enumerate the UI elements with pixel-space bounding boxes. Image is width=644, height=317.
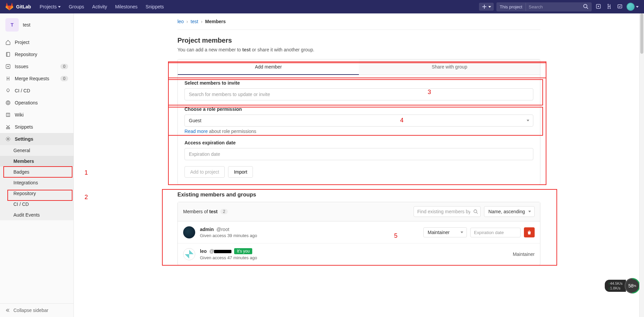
- search-icon: [473, 209, 478, 214]
- role-permissions-help[interactable]: Read more about role permissions: [184, 129, 533, 134]
- collapse-sidebar-button[interactable]: Collapse sidebar: [0, 303, 73, 317]
- add-to-project-button[interactable]: Add to project: [184, 166, 225, 178]
- nav-snippets[interactable]: Snippets: [142, 4, 167, 9]
- merge-icon: [606, 4, 612, 9]
- member-row-controls: Maintainer: [513, 252, 535, 257]
- member-role-text: Maintainer: [513, 252, 535, 257]
- net-pill: 44.5K/s 1.8K/s: [605, 280, 626, 292]
- main-content: leo › test › Members Project members You…: [74, 13, 644, 317]
- search-scope-label[interactable]: This project: [496, 3, 526, 11]
- crumb-sep: ›: [201, 19, 203, 24]
- svg-point-14: [7, 102, 9, 104]
- role-permission-group: Choose a role permission Guest Read more…: [184, 106, 533, 134]
- member-role-value: Maintainer: [428, 230, 449, 235]
- sidebar: T test Project Repository Issues0 Merge …: [0, 13, 74, 317]
- member-role-select[interactable]: Maintainer: [423, 227, 467, 237]
- remove-member-button[interactable]: [524, 227, 535, 237]
- nav-milestones[interactable]: Milestones: [112, 4, 141, 9]
- member-info: leo @ It's you Given access 47 minutes a…: [200, 248, 508, 260]
- vertical-scrollbar[interactable]: [639, 13, 644, 317]
- sidebar-item-label: Wiki: [15, 112, 23, 118]
- book-icon: [5, 112, 11, 118]
- net-up: 44.5K/s: [608, 281, 623, 286]
- search-button[interactable]: [580, 2, 592, 11]
- sidebar-item-merge-requests[interactable]: Merge Requests0: [0, 73, 73, 85]
- sidebar-item-wiki[interactable]: Wiki: [0, 109, 73, 121]
- todos-shortcut[interactable]: [616, 2, 624, 11]
- sub-integrations[interactable]: Integrations: [0, 177, 73, 188]
- import-button[interactable]: Import: [228, 166, 253, 178]
- sidebar-item-issues[interactable]: Issues0: [0, 60, 73, 73]
- user-menu[interactable]: [627, 3, 639, 11]
- subtitle-project: test: [242, 47, 251, 52]
- collapse-label: Collapse sidebar: [13, 308, 48, 313]
- subtitle-post: or share it with another group.: [251, 47, 314, 52]
- sidebar-item-project[interactable]: Project: [0, 36, 73, 48]
- member-username[interactable]: admin: [200, 227, 214, 232]
- role-permission-select[interactable]: Guest: [184, 115, 533, 127]
- net-percent-circle: 58%: [625, 278, 640, 293]
- readmore-link[interactable]: Read more: [184, 129, 208, 134]
- issues-shortcut[interactable]: [594, 2, 602, 11]
- search-input[interactable]: [526, 3, 580, 11]
- navbar-right: This project: [479, 2, 639, 11]
- sub-repository[interactable]: Repository: [0, 188, 73, 199]
- project-avatar: T: [5, 18, 19, 32]
- members-header-controls: Name, ascending: [414, 206, 535, 217]
- sidebar-item-operations[interactable]: Operations: [0, 97, 73, 109]
- sub-audit[interactable]: Audit Events: [0, 210, 73, 220]
- sub-cicd[interactable]: CI / CD: [0, 199, 73, 210]
- scrollbar-thumb[interactable]: [640, 13, 643, 54]
- nav-projects[interactable]: Projects: [36, 4, 64, 9]
- sidebar-item-repository[interactable]: Repository: [0, 48, 73, 60]
- nav-groups[interactable]: Groups: [65, 4, 88, 9]
- sub-general[interactable]: General: [0, 145, 73, 156]
- crumb-project[interactable]: test: [191, 19, 198, 24]
- member-row: leo @ It's you Given access 47 minutes a…: [178, 243, 540, 265]
- chevron-down-icon: [58, 6, 61, 8]
- member-handle: @: [209, 248, 231, 254]
- brand-text[interactable]: GitLab: [16, 4, 31, 9]
- issues-icon: [5, 64, 11, 69]
- member-username[interactable]: leo: [200, 248, 207, 254]
- role-permission-label: Choose a role permission: [184, 106, 533, 112]
- new-dropdown-button[interactable]: [479, 3, 494, 11]
- net-pct: 58: [628, 283, 634, 288]
- subtitle-pre: You can add a new member to: [177, 47, 242, 52]
- find-members-input[interactable]: [414, 206, 481, 217]
- sidebar-item-settings[interactable]: Settings: [0, 133, 73, 145]
- page-title: Project members: [177, 37, 540, 44]
- sidebar-item-label: Merge Requests: [15, 76, 49, 81]
- select-members-input[interactable]: [184, 88, 533, 100]
- find-members-box: [414, 206, 481, 217]
- existing-heading: Existing members and groups: [177, 191, 540, 198]
- tab-add-member[interactable]: Add member: [178, 59, 359, 75]
- sidebar-item-cicd[interactable]: CI / CD: [0, 85, 73, 97]
- sort-dropdown[interactable]: Name, ascending: [484, 206, 535, 217]
- its-you-badge: It's you: [234, 248, 252, 254]
- member-info: admin @root Given access 39 minutes ago: [200, 227, 419, 238]
- sub-badges[interactable]: Badges: [0, 167, 73, 177]
- top-navbar: GitLab Projects Groups Activity Mileston…: [0, 0, 644, 13]
- role-value: Guest: [189, 118, 201, 123]
- project-name: test: [23, 22, 31, 28]
- expiration-input[interactable]: [184, 148, 533, 160]
- crumb-owner[interactable]: leo: [177, 19, 184, 24]
- gitlab-logo-icon: [5, 3, 13, 11]
- sidebar-project-header[interactable]: T test: [0, 13, 73, 36]
- sidebar-item-label: Repository: [15, 52, 37, 57]
- member-expiration-input[interactable]: [470, 228, 521, 237]
- svg-point-15: [6, 101, 10, 105]
- members-count-badge: 2: [220, 209, 228, 214]
- expiration-label: Access expiration date: [184, 140, 533, 145]
- tab-share-group[interactable]: Share with group: [359, 59, 540, 75]
- sidebar-item-snippets[interactable]: Snippets: [0, 121, 73, 133]
- svg-point-6: [608, 4, 609, 5]
- nav-activity[interactable]: Activity: [89, 4, 110, 9]
- rocket-icon: [5, 88, 11, 93]
- members-of-pre: Members of: [183, 209, 209, 214]
- sub-members[interactable]: Members: [0, 156, 73, 167]
- chevron-down-icon: [528, 211, 531, 213]
- gear-icon: [5, 136, 11, 142]
- merge-requests-shortcut[interactable]: [605, 2, 613, 11]
